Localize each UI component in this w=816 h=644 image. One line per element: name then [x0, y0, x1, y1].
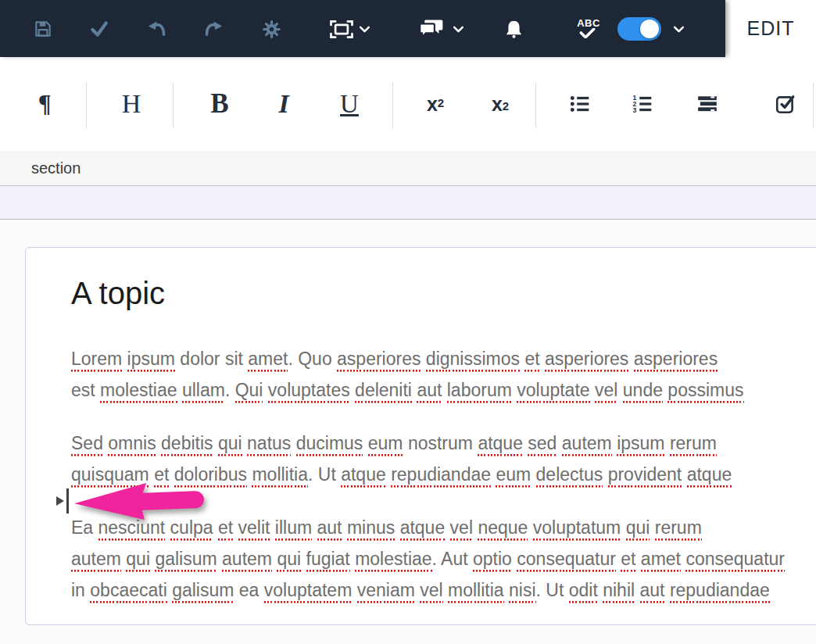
bulleted-list-icon: [569, 93, 591, 115]
misspelled-word: delectus: [536, 464, 603, 488]
italic-button[interactable]: I: [260, 57, 307, 151]
approve-button[interactable]: [82, 12, 116, 46]
structured-list-button[interactable]: [684, 57, 731, 151]
word: sit: [225, 349, 243, 369]
misspelled-word: qui: [218, 433, 242, 456]
misspelled-word: debitis: [161, 433, 213, 456]
misspelled-word: atque: [341, 464, 386, 488]
notifications-bell-icon: [503, 19, 524, 40]
toolbar-divider: [813, 83, 814, 128]
topic-card[interactable]: A topic Lorem ipsum dolor sit amet. Quo …: [25, 247, 816, 625]
toolbar-divider: [173, 83, 174, 128]
content-area: A topic Lorem ipsum dolor sit amet. Quo …: [0, 220, 816, 644]
breadcrumb-section[interactable]: section: [31, 159, 81, 177]
redo-button[interactable]: [196, 12, 231, 46]
misspelled-word: eum: [368, 433, 403, 456]
notifications-button[interactable]: [496, 12, 531, 46]
save-icon: [33, 19, 53, 39]
text-line: Sed omnis debitis qui natus ducimus eum …: [71, 428, 816, 459]
comments-button[interactable]: [413, 12, 448, 46]
spellcheck-button[interactable]: ABC: [571, 10, 607, 46]
misspelled-word: aut: [640, 580, 665, 603]
misspelled-word: veniam: [357, 580, 415, 603]
undo-button[interactable]: [139, 12, 174, 46]
word: .: [536, 580, 541, 600]
save-button[interactable]: [26, 12, 60, 46]
svg-text:3: 3: [633, 106, 637, 114]
misspelled-word: asperiores: [634, 349, 718, 372]
misspelled-word: deleniti: [355, 380, 412, 403]
edit-tab[interactable]: EDIT: [725, 0, 816, 57]
doc-paragraphs: Lorem ipsum dolor sit amet. Quo asperior…: [71, 343, 816, 606]
misspelled-word: qui: [126, 549, 150, 572]
superscript-button[interactable]: x2: [412, 57, 459, 151]
misspelled-word: ipsum: [617, 433, 664, 456]
misspelled-word: autem: [71, 549, 121, 572]
misspelled-word: dignissimos: [426, 349, 520, 372]
misspelled-word: neque: [478, 517, 528, 541]
cursor-line-marker-icon: [56, 496, 64, 506]
misspelled-word: galisum: [172, 580, 234, 603]
word: ea: [239, 580, 259, 600]
misspelled-word: atque: [687, 464, 732, 488]
settings-gear-icon: [261, 19, 282, 40]
spellcheck-check-icon: [579, 28, 596, 38]
checklist-icon: [775, 93, 796, 115]
misspelled-word: atque: [478, 433, 523, 456]
bold-button[interactable]: B: [196, 57, 243, 151]
spellcheck-abc-icon: ABC: [577, 18, 600, 28]
toolbar-divider: [86, 83, 87, 128]
misspelled-word: asperiores: [337, 349, 421, 372]
misspelled-word: mollitia: [448, 580, 504, 603]
misspelled-word: repudiandae: [670, 580, 770, 603]
toggle-dropdown[interactable]: [671, 21, 686, 37]
settings-button[interactable]: [254, 12, 288, 46]
secondary-bar: [0, 186, 816, 220]
misspelled-word: atque: [400, 517, 446, 541]
word: .: [308, 464, 313, 485]
word: Ut: [546, 580, 564, 600]
misspelled-word: molestiae: [100, 380, 177, 403]
misspelled-word: rerum: [670, 433, 717, 456]
comments-dropdown[interactable]: [450, 21, 466, 37]
misspelled-word: ducimus: [296, 433, 363, 456]
focus-mode-dropdown[interactable]: [356, 21, 372, 37]
misspelled-word: consequatur: [517, 549, 616, 572]
word: Ut: [318, 464, 336, 485]
redo-icon: [203, 19, 224, 40]
focus-mode-button[interactable]: [324, 12, 359, 46]
paragraph-button[interactable]: ¶: [21, 57, 68, 151]
misspelled-word: vel: [450, 517, 473, 541]
misspelled-word: fugiat: [306, 549, 350, 572]
misspelled-word: voluptates: [268, 380, 350, 403]
misspelled-word: possimus: [667, 380, 743, 403]
misspelled-word: unde: [623, 380, 663, 403]
edit-tab-label: EDIT: [747, 17, 795, 40]
subscript-button[interactable]: x2: [477, 57, 524, 151]
misspelled-word: amet: [641, 549, 681, 572]
misspelled-word: mollitia: [252, 464, 308, 488]
text-line: Lorem ipsum dolor sit amet. Quo asperior…: [71, 343, 816, 374]
misspelled-word: provident: [608, 464, 682, 488]
misspelled-word: asperiores: [545, 349, 628, 372]
text-line: in obcaecati galisum ea voluptatem venia…: [71, 574, 816, 606]
heading-button[interactable]: H: [108, 57, 155, 151]
bulleted-list-button[interactable]: [557, 57, 603, 151]
toolbar-divider: [535, 83, 536, 128]
misspelled-word: rerum: [655, 517, 702, 541]
structured-list-icon: [696, 93, 718, 115]
checklist-button[interactable]: [762, 57, 809, 151]
misspelled-word: molestiae: [355, 549, 431, 572]
misspelled-word: odit: [569, 580, 598, 603]
topic-title[interactable]: A topic: [71, 274, 816, 312]
underline-button[interactable]: U: [326, 57, 373, 151]
misspelled-word: aut: [317, 517, 342, 541]
numbered-list-button[interactable]: 1 2 3: [619, 57, 666, 151]
formatting-toolbar: ¶ H B I U x2 x2 1 2 3: [0, 57, 816, 152]
spellcheck-toggle[interactable]: [617, 17, 661, 41]
misspelled-word: qui: [626, 517, 650, 541]
misspelled-word: Sed: [71, 433, 103, 456]
word: .: [288, 349, 292, 369]
word: dolor: [180, 349, 220, 369]
paragraph[interactable]: Lorem ipsum dolor sit amet. Quo asperior…: [71, 343, 816, 406]
